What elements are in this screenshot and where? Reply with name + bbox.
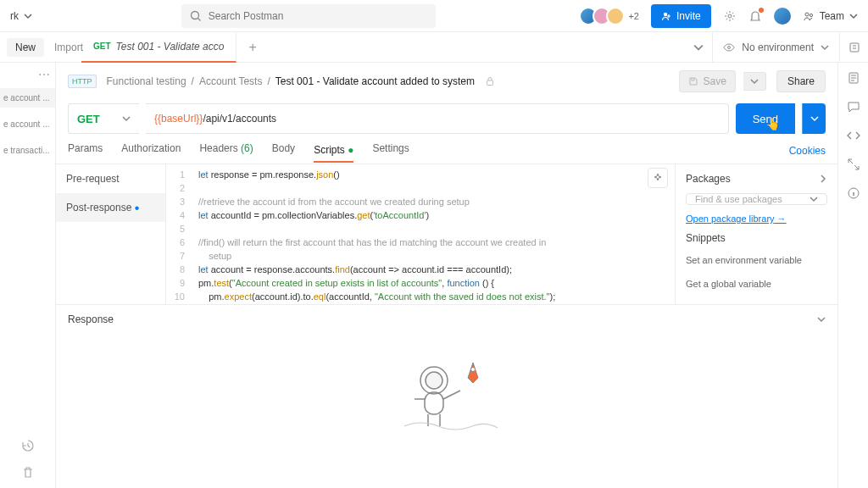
sidebar-item[interactable]: e transacti... — [0, 141, 55, 160]
line-gutter: 123456 78910 — [166, 164, 192, 304]
svg-point-9 — [426, 372, 442, 389]
chevron-down-icon[interactable] — [693, 42, 704, 53]
tab-headers[interactable]: Headers (6) — [199, 142, 253, 159]
docs-icon[interactable] — [847, 71, 860, 85]
chevron-down-icon — [24, 12, 32, 20]
code-editor[interactable]: let response = pm.response.json() //retr… — [192, 164, 675, 304]
snippets-header: Snippets — [686, 232, 827, 244]
astronaut-illustration — [387, 348, 506, 433]
workspace-switcher[interactable]: rk — [10, 10, 32, 22]
open-package-library-link[interactable]: Open package library → — [686, 214, 827, 224]
chevron-right-icon — [819, 175, 827, 183]
response-empty-state — [56, 333, 837, 488]
send-options-button[interactable] — [802, 103, 826, 134]
svg-point-2 — [728, 14, 732, 18]
svg-rect-6 — [850, 43, 859, 52]
svg-rect-7 — [487, 80, 492, 86]
method-selector[interactable]: GET — [68, 103, 139, 134]
save-options-button[interactable] — [743, 72, 766, 91]
save-button[interactable]: Save — [679, 70, 736, 92]
tab-title: Test 001 - Validate acco — [116, 41, 225, 53]
package-search[interactable]: Find & use packages — [686, 193, 827, 205]
svg-point-4 — [810, 14, 812, 16]
chevron-down-icon — [810, 195, 818, 203]
history-icon[interactable] — [21, 439, 35, 452]
chevron-down-icon — [810, 114, 819, 123]
svg-rect-10 — [425, 392, 443, 414]
svg-point-1 — [664, 12, 667, 15]
packages-header[interactable]: Packages — [686, 173, 827, 185]
trash-icon[interactable] — [21, 466, 35, 480]
tab-authorization[interactable]: Authorization — [121, 142, 181, 159]
save-icon — [688, 76, 698, 86]
cursor-icon: 👆 — [765, 117, 780, 130]
new-button[interactable]: New — [7, 38, 44, 57]
expand-icon[interactable] — [847, 158, 860, 171]
chevron-down-icon — [122, 114, 131, 123]
add-tab-button[interactable]: + — [236, 40, 268, 55]
tab-method: GET — [93, 42, 111, 51]
svg-point-3 — [805, 13, 809, 16]
send-button[interactable]: Send 👆 — [736, 103, 795, 134]
more-icon[interactable]: ⋯ — [38, 68, 50, 81]
avatar-count: +2 — [628, 11, 639, 21]
comments-icon[interactable] — [847, 100, 860, 114]
breadcrumb: Functional testing/ Account Tests/ Test … — [107, 75, 475, 87]
http-badge: HTTP — [68, 75, 97, 88]
chevron-down-icon — [817, 315, 826, 324]
script-tab-pre-request[interactable]: Pre-request — [56, 164, 165, 193]
svg-point-0 — [191, 11, 198, 19]
env-quicklook-button[interactable] — [839, 32, 868, 63]
snippet-item[interactable]: Set an environment variable — [686, 252, 827, 268]
chevron-down-icon — [750, 77, 759, 86]
notifications-icon[interactable] — [748, 9, 762, 23]
ai-assist-button[interactable] — [648, 168, 668, 188]
layers-icon — [849, 42, 860, 53]
tab-settings[interactable]: Settings — [372, 142, 409, 159]
environment-selector[interactable]: No environment — [712, 32, 839, 63]
sparkle-icon — [652, 172, 664, 184]
chevron-down-icon — [849, 12, 858, 20]
script-tab-post-response[interactable]: Post-response • — [56, 193, 165, 222]
snippet-item[interactable]: Get a global variable — [686, 276, 827, 291]
presence-avatars[interactable]: +2 — [584, 7, 639, 25]
team-switcher[interactable]: Team — [803, 10, 858, 22]
chevron-down-icon — [821, 43, 829, 52]
invite-button[interactable]: Invite — [651, 4, 711, 28]
people-icon — [803, 10, 815, 22]
cookies-link[interactable]: Cookies — [789, 145, 826, 157]
code-icon[interactable] — [847, 129, 860, 142]
info-icon[interactable] — [847, 186, 860, 200]
svg-point-11 — [471, 368, 476, 372]
upgrade-icon[interactable] — [774, 8, 791, 25]
sidebar-item[interactable]: e account ... — [0, 114, 55, 134]
request-tab[interactable]: GET Test 001 - Validate acco — [81, 32, 236, 63]
share-button[interactable]: Share — [776, 70, 826, 92]
search-input[interactable]: Search Postman — [181, 4, 436, 28]
search-icon — [190, 10, 202, 22]
response-header[interactable]: Response — [56, 304, 837, 333]
search-placeholder: Search Postman — [209, 10, 284, 22]
sidebar-item[interactable]: e account ... — [0, 88, 55, 108]
tab-params[interactable]: Params — [68, 142, 103, 159]
tab-scripts[interactable]: Scripts ● — [314, 144, 353, 163]
svg-point-5 — [728, 46, 731, 48]
settings-icon[interactable] — [723, 9, 737, 23]
url-input[interactable]: {{baseUrl}}/api/v1/accounts — [146, 103, 729, 134]
tab-body[interactable]: Body — [272, 142, 295, 159]
eye-icon — [723, 42, 735, 53]
person-add-icon — [661, 11, 671, 21]
lock-icon — [485, 76, 495, 86]
